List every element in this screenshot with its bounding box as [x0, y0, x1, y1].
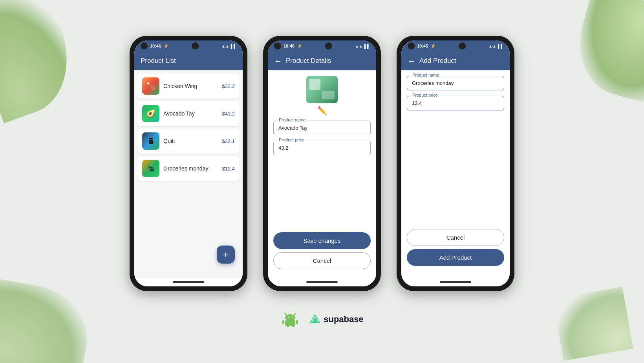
product-name-chicken: Chicken Wing	[163, 83, 218, 89]
svg-rect-5	[285, 320, 295, 326]
phone-screen-1: 10:46 ⚡ ▲▲ ▌▌ Product List	[134, 40, 243, 286]
avatar-3	[408, 42, 415, 50]
screen-title-3: Add Product	[419, 57, 456, 65]
time-1: 10:46	[150, 44, 161, 48]
bottom-indicator-1	[134, 278, 243, 286]
bottom-indicator-2	[268, 278, 376, 286]
home-indicator-3	[440, 281, 471, 283]
phone-product-list: 10:46 ⚡ ▲▲ ▌▌ Product List	[130, 36, 247, 291]
leaf-decoration-tr	[567, 0, 644, 102]
product-thumb-groceries: 🛍	[142, 160, 159, 177]
add-product-price-label: Product price	[411, 93, 439, 97]
svg-rect-6	[282, 320, 284, 324]
bottom-indicator-3	[401, 278, 510, 286]
product-name-quitt: Quitt	[163, 138, 218, 144]
save-changes-button[interactable]: Save changes	[273, 232, 371, 249]
product-thumb-quitt: 🖥	[142, 132, 159, 150]
status-left-3: 10:45 ⚡	[408, 42, 436, 50]
product-name-field: Product name	[273, 121, 371, 135]
camera-1	[192, 42, 199, 50]
product-name-label-2: Product name	[277, 117, 307, 122]
detail-bottom-buttons: Save changes Cancel	[273, 232, 371, 269]
back-arrow-2[interactable]: ←	[274, 57, 282, 65]
add-screen: Product name Product price	[401, 70, 510, 121]
status-right-2: ▲▲ ▌▌	[355, 44, 370, 48]
screen-content-2: ✏️ Product name Product price Sa	[268, 70, 376, 278]
signal-icon-1: ▌▌	[231, 44, 236, 48]
wifi-icon-3: ▲▲	[488, 44, 496, 48]
screen-title-2: Product Details	[286, 57, 331, 65]
signal-icon-3: ▌▌	[498, 44, 503, 48]
product-thumb-avocado: 🥑	[142, 105, 159, 122]
product-price-chicken: $32.2	[222, 83, 235, 89]
status-bar-1: 10:46 ⚡ ▲▲ ▌▌	[134, 40, 243, 51]
status-left-2: 10:46 ⚡	[274, 42, 302, 50]
svg-rect-8	[287, 325, 289, 327]
android-icon	[280, 312, 300, 327]
product-image-large	[306, 76, 338, 103]
product-price-avocado: $43.2	[222, 111, 235, 117]
supabase-label: supabase	[324, 314, 364, 324]
screen-title-1: Product List	[141, 57, 176, 65]
fab-add-button[interactable]: +	[217, 246, 235, 264]
signal-icon-2: ▌▌	[364, 44, 370, 48]
product-name-input-2[interactable]	[273, 121, 371, 135]
cancel-button-2[interactable]: Cancel	[273, 252, 371, 269]
product-list: 🍗 Chicken Wing $32.2 🥑 Avocado Tay $43.2	[134, 70, 243, 184]
screen-content-3: Product name Product price Cancel Add Pr…	[401, 70, 510, 278]
svg-point-2	[285, 314, 295, 321]
product-price-input-2[interactable]	[273, 141, 371, 155]
add-bottom-buttons: Cancel Add Product	[407, 229, 504, 269]
product-thumb-chicken: 🍗	[142, 77, 159, 95]
svg-point-3	[288, 317, 289, 318]
product-name-groceries: Groceries monday	[163, 165, 218, 172]
status-bar-2: 10:46 ⚡ ▲▲ ▌▌	[268, 40, 376, 51]
edit-icon[interactable]: ✏️	[273, 106, 371, 115]
product-price-field: Product price	[273, 141, 371, 155]
back-arrow-3[interactable]: ←	[408, 57, 415, 65]
screen-content-1: 🍗 Chicken Wing $32.2 🥑 Avocado Tay $43.2	[134, 70, 243, 278]
time-2: 10:46	[284, 44, 295, 48]
product-image-container	[273, 76, 371, 103]
top-bar-2: ← Product Details	[268, 51, 376, 70]
leaf-decoration-tl	[0, 0, 85, 123]
svg-line-0	[285, 313, 287, 315]
home-indicator-1	[173, 281, 204, 283]
wifi-icon-2: ▲▲	[355, 44, 363, 48]
leaf-decoration-br	[553, 287, 633, 361]
list-item[interactable]: 🛍 Groceries monday $12.4	[137, 156, 240, 181]
status-right-1: ▲▲ ▌▌	[221, 44, 236, 48]
add-product-name-input[interactable]	[407, 76, 504, 90]
leaf-decoration-bl	[0, 279, 95, 363]
phones-container: 10:46 ⚡ ▲▲ ▌▌ Product List	[130, 36, 514, 327]
camera-2	[325, 42, 332, 50]
charge-icon-3: ⚡	[430, 44, 436, 49]
phones-row: 10:46 ⚡ ▲▲ ▌▌ Product List	[130, 36, 514, 291]
list-item[interactable]: 🥑 Avocado Tay $43.2	[137, 101, 240, 126]
avatar-1	[141, 42, 148, 50]
svg-rect-9	[292, 325, 294, 327]
phone-screen-3: 10:45 ⚡ ▲▲ ▌▌ ← Add Product	[401, 40, 510, 286]
android-logo	[280, 312, 300, 327]
add-product-price-input[interactable]	[407, 96, 504, 110]
status-right-3: ▲▲ ▌▌	[488, 44, 503, 48]
wifi-icon-1: ▲▲	[221, 44, 229, 48]
cancel-button-3[interactable]: Cancel	[407, 229, 504, 246]
add-product-price-field: Product price	[407, 96, 504, 110]
brand-bar: supabase	[280, 312, 364, 327]
supabase-icon	[309, 314, 320, 325]
home-indicator-2	[306, 281, 338, 283]
camera-3	[459, 42, 466, 50]
svg-point-4	[292, 317, 293, 318]
phone-product-details: 10:46 ⚡ ▲▲ ▌▌ ← Product Details	[263, 36, 381, 291]
add-product-name-field: Product name	[407, 76, 504, 90]
status-bar-3: 10:45 ⚡ ▲▲ ▌▌	[401, 40, 510, 51]
status-left-1: 10:46 ⚡	[141, 42, 169, 50]
add-product-button[interactable]: Add Product	[407, 249, 504, 266]
charge-icon-2: ⚡	[297, 44, 302, 49]
top-bar-1: Product List	[134, 51, 243, 70]
list-item[interactable]: 🍗 Chicken Wing $32.2	[137, 73, 240, 99]
product-price-quitt: $32.1	[222, 138, 235, 144]
list-item[interactable]: 🖥 Quitt $32.1	[137, 128, 240, 154]
phone-add-product: 10:45 ⚡ ▲▲ ▌▌ ← Add Product	[397, 36, 514, 291]
